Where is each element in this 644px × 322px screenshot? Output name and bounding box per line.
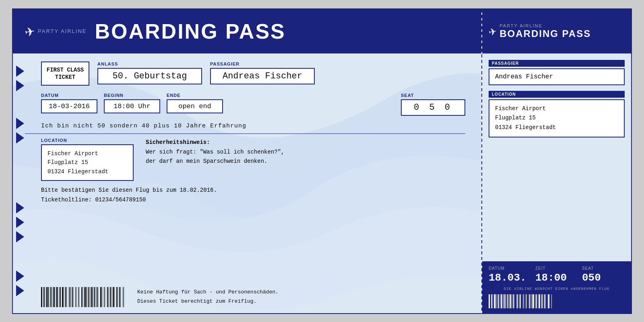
section-confirm: Bitte bestätigen Sie diesen Flug bis zum…	[25, 186, 465, 205]
stub-seat-value: 050	[582, 272, 625, 284]
location-label: LOCATION	[41, 138, 134, 143]
stub-datum-group: DATUM 18.03.	[489, 266, 531, 284]
arrow-decoration-4	[16, 132, 24, 144]
stub-footer-text: DIE AIRLINE WÜNSCHT EINEN ANGENEHMEN FLU…	[489, 287, 625, 291]
stub-bottom: DATUM 18.03. ZEIT 18:00 SEAT 050 DIE AIR…	[482, 261, 631, 313]
airline-name: PARTY AIRLINE	[38, 28, 87, 34]
stub-location-line3: 01324 Fliegerstadt	[495, 124, 556, 131]
datum-label: DATUM	[41, 93, 97, 98]
anlass-field-group: ANLASS 50. Geburtstag	[97, 62, 202, 84]
seat-field-group: SEAT 0 5 0	[401, 93, 465, 116]
stub-passagier-label: PASSAGIER	[489, 60, 625, 67]
stub-boarding-pass-title: BOARDING PASS	[500, 28, 591, 39]
security-title: Sicherheitshinweis:	[146, 138, 284, 148]
ende-field-group: ENDE open end	[167, 93, 223, 113]
boarding-pass-title: BOARDING PASS	[95, 19, 285, 43]
stub-location-line2: Flugplatz 15	[495, 115, 536, 121]
arrow-decoration-2	[16, 80, 24, 91]
stub-header: ✈ PARTY AIRLINE BOARDING PASS	[482, 9, 631, 53]
ticket-stub: ✈ PARTY AIRLINE BOARDING PASS PASSAGIER …	[482, 9, 631, 313]
stub-datum-label: DATUM	[489, 266, 531, 271]
ende-box: open end	[167, 99, 223, 113]
stub-barcode	[489, 294, 625, 308]
ticket-wrapper: ✈ PARTY AIRLINE BOARDING PASS	[12, 8, 632, 314]
arrow-decoration-7	[16, 231, 24, 242]
section-mid: DATUM 18-03-2016 BEGINN 18:00 Uhr ENDE o…	[25, 93, 465, 116]
beginn-box: 18:00 Uhr	[104, 99, 160, 113]
security-block: Sicherheitshinweis: Wer sich fragt: "Was…	[146, 138, 284, 166]
seat-box: 0 5 0	[401, 99, 465, 116]
passagier-label: PASSAGIER	[210, 62, 315, 66]
stub-zeit-value: 18:00	[535, 272, 578, 284]
arrow-decoration-6	[16, 217, 24, 228]
stub-header-text: PARTY AIRLINE BOARDING PASS	[500, 23, 591, 39]
beginn-label: BEGINN	[104, 93, 160, 98]
ticket-body: FIRST CLASS TICKET ANLASS 50. Geburtstag…	[13, 53, 481, 313]
plane-icon: ✈	[23, 21, 36, 41]
location-line2: Flugplatz 15	[47, 159, 88, 166]
beginn-field-group: BEGINN 18:00 Uhr	[104, 93, 160, 113]
stub-bottom-fields: DATUM 18.03. ZEIT 18:00 SEAT 050	[489, 266, 625, 284]
stub-datum-value: 18.03.	[489, 272, 531, 284]
ticket-main: ✈ PARTY AIRLINE BOARDING PASS	[13, 9, 481, 313]
arrow-decoration-1	[16, 66, 24, 77]
stub-plane-icon: ✈	[487, 23, 498, 40]
location-line1: Fischer Airport	[47, 150, 98, 157]
passagier-box: Andreas Fischer	[210, 68, 315, 84]
motto-text: Ich bin nicht 50 sondern 40 plus 10 Jahr…	[41, 123, 246, 129]
location-block: LOCATION Fischer Airport Flugplatz 15 01…	[41, 138, 134, 181]
security-text: Wer sich fragt: "Was soll ich schenken?"…	[146, 148, 284, 167]
stub-airline-name: PARTY AIRLINE	[500, 23, 591, 28]
section-motto: Ich bin nicht 50 sondern 40 plus 10 Jahr…	[25, 122, 465, 134]
anlass-label: ANLASS	[97, 62, 202, 66]
stub-body: PASSAGIER Andreas Fischer LOCATION Fisch…	[482, 53, 631, 261]
seat-label: SEAT	[401, 93, 465, 98]
arrow-decoration-8	[16, 271, 24, 282]
stub-seat-group: SEAT 050	[582, 266, 625, 284]
location-box: Fischer Airport Flugplatz 15 01324 Flieg…	[41, 144, 134, 181]
arrow-decoration-9	[16, 285, 24, 296]
stub-seat-label: SEAT	[582, 266, 625, 271]
stub-zeit-label: ZEIT	[535, 266, 578, 271]
airline-logo: ✈ PARTY AIRLINE	[25, 21, 87, 41]
stub-zeit-group: ZEIT 18:00	[535, 266, 578, 284]
stub-passagier-box: Andreas Fischer	[489, 68, 625, 85]
stub-location-label: LOCATION	[489, 91, 625, 98]
disclaimer-text: Keine Haftung für Sach - und Personensch…	[137, 288, 279, 306]
section-top: FIRST CLASS TICKET ANLASS 50. Geburtstag…	[25, 62, 465, 86]
barcode	[41, 287, 125, 307]
ende-label: ENDE	[167, 93, 223, 98]
stub-location-group: LOCATION Fischer Airport Flugplatz 15 01…	[489, 91, 625, 137]
section-location-area: LOCATION Fischer Airport Flugplatz 15 01…	[25, 138, 465, 181]
stub-location-box: Fischer Airport Flugplatz 15 01324 Flieg…	[489, 99, 625, 137]
class-box: FIRST CLASS TICKET	[41, 62, 89, 86]
passagier-field-group: PASSAGIER Andreas Fischer	[210, 62, 315, 84]
arrow-decoration-5	[16, 202, 24, 213]
class-field-group: FIRST CLASS TICKET	[41, 62, 89, 86]
confirm-text: Bitte bestätigen Sie diesen Flug bis zum…	[41, 187, 217, 203]
airline-name-block: PARTY AIRLINE	[38, 28, 87, 34]
stub-location-line1: Fischer Airport	[495, 105, 546, 112]
stub-passagier-group: PASSAGIER Andreas Fischer	[489, 60, 625, 85]
datum-box: 18-03-2016	[41, 99, 97, 113]
anlass-box: 50. Geburtstag	[97, 68, 202, 84]
ticket-header: ✈ PARTY AIRLINE BOARDING PASS	[13, 9, 481, 53]
arrow-decoration-3	[16, 118, 24, 129]
location-line3: 01324 Fliegerstadt	[47, 168, 108, 175]
section-bottom: Keine Haftung für Sach - und Personensch…	[25, 287, 465, 307]
datum-field-group: DATUM 18-03-2016	[41, 93, 97, 113]
